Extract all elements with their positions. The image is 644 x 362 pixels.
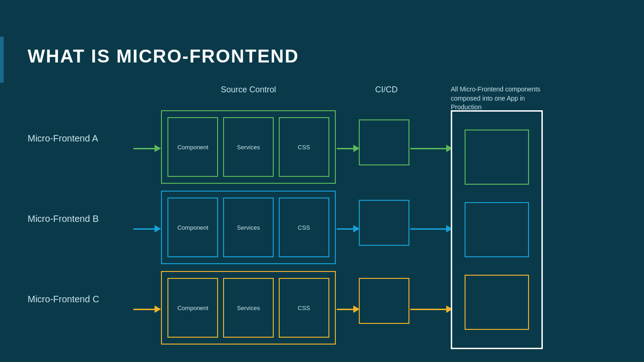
source-box-a: Component Services CSS xyxy=(161,110,336,184)
cicd-box-c xyxy=(359,278,409,324)
arrow-c-cicd-prod xyxy=(410,305,453,313)
module-component-a: Component xyxy=(167,117,218,177)
arrow-a-cicd-prod xyxy=(410,145,453,152)
arrow-b-cicd-prod xyxy=(410,225,453,232)
arrow-c-source-cicd xyxy=(337,305,360,313)
slide-accent xyxy=(0,37,4,83)
diagram-area: Source Control CI/CD All Micro-Frontend … xyxy=(28,85,616,348)
module-css-c: CSS xyxy=(279,278,329,338)
cicd-box-b xyxy=(359,200,409,246)
row-label-c: Micro-Frontend C xyxy=(28,294,99,305)
module-services-a: Services xyxy=(223,117,274,177)
module-services-c: Services xyxy=(223,278,274,338)
module-component-c: Component xyxy=(167,278,218,338)
col-header-cicd: CI/CD xyxy=(359,85,414,95)
module-css-b: CSS xyxy=(279,198,329,257)
module-services-b: Services xyxy=(223,198,274,257)
module-css-a: CSS xyxy=(279,117,329,177)
arrow-b-to-source xyxy=(133,225,161,232)
prod-box-c xyxy=(465,275,529,330)
module-component-b: Component xyxy=(167,198,218,257)
prod-box-a xyxy=(465,130,529,185)
arrow-a-source-cicd xyxy=(337,145,360,152)
prod-box-b xyxy=(465,202,529,257)
arrow-a-to-source xyxy=(133,145,161,152)
page-title: WHAT IS MICRO-FRONTEND xyxy=(28,46,299,67)
source-box-b: Component Services CSS xyxy=(161,191,336,264)
col-header-source: Source Control xyxy=(161,85,336,95)
row-label-b: Micro-Frontend B xyxy=(28,214,99,224)
col-header-prod: All Micro-Frontend components composed i… xyxy=(451,85,552,112)
production-outer-box xyxy=(451,110,543,349)
arrow-b-source-cicd xyxy=(337,225,360,232)
arrow-c-to-source xyxy=(133,305,161,313)
cicd-box-a xyxy=(359,119,409,165)
source-box-c: Component Services CSS xyxy=(161,271,336,345)
row-label-a: Micro-Frontend A xyxy=(28,133,98,144)
